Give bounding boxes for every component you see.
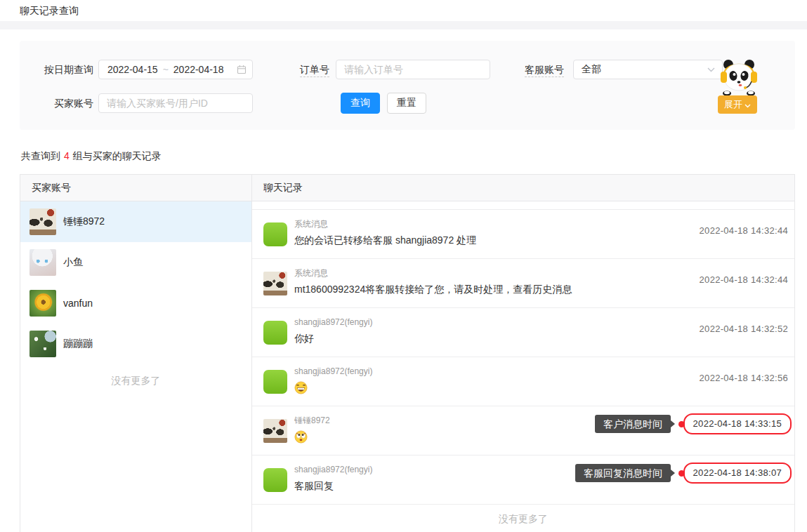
message-text: mt18600992324将客服转接给了您，请及时处理，查看历史消息 <box>294 283 584 295</box>
annotation-tooltip: 客户消息时间 <box>595 415 671 433</box>
calligraphy-avatar <box>29 208 56 235</box>
message-text: 您的会话已转移给客服 shangjia8972 处理 <box>294 234 584 246</box>
sunflower-avatar <box>29 290 56 317</box>
message-timestamp-highlighted: 2022-04-18 14:38:07 <box>683 463 792 484</box>
message-sender: 系统消息 <box>294 219 584 229</box>
buyer-name: vanfun <box>63 298 93 309</box>
buyer-list-item[interactable]: 锤锤8972 <box>20 201 251 242</box>
expand-button[interactable]: 展开 <box>718 95 757 114</box>
reset-button[interactable]: 重置 <box>387 93 426 114</box>
summary-suffix: 组与买家的聊天记录 <box>73 150 162 161</box>
chat-column: 聊天记录 系统消息您的会话已转移给客服 shangjia8972 处理2022-… <box>252 175 794 532</box>
message-text <box>294 430 584 444</box>
annotation-tooltip: 客服回复消息时间 <box>575 464 671 482</box>
message-timestamp: 2022-04-18 14:32:56 <box>700 373 788 383</box>
date-range-input[interactable]: 2022-04-15 ~ 2022-04-18 <box>98 60 253 79</box>
message-sender: shangjia8972(fengyi) <box>294 465 584 474</box>
message-sender: 系统消息 <box>294 268 584 278</box>
chevron-down-icon <box>744 100 751 110</box>
plant-avatar <box>29 331 56 357</box>
calendar-icon <box>237 65 247 74</box>
green-avatar <box>263 370 287 394</box>
date-separator: ~ <box>163 64 169 75</box>
message-timestamp: 2022-04-18 14:32:44 <box>700 274 788 285</box>
message-text: 客服回复 <box>294 479 584 492</box>
chat-message-row: shangjia8972(fengyi)2022-04-18 14:32:56 <box>252 357 794 406</box>
agent-account-select[interactable]: 全部 <box>573 60 723 79</box>
chat-no-more: 没有更多了 <box>252 505 794 532</box>
buyer-account-label: 买家账号 <box>54 93 93 113</box>
order-number-label: 订单号 <box>300 60 329 79</box>
search-button[interactable]: 查询 <box>341 93 380 114</box>
buyer-list-item[interactable]: 小鱼 <box>20 242 251 283</box>
buyer-name: 蹦蹦蹦 <box>63 338 93 350</box>
chat-record-query-page: 聊天记录查询 按日期查询 2022-04-15 ~ 2022-04-18 订单号… <box>0 0 807 532</box>
buyer-name: 小鱼 <box>63 256 83 269</box>
filter-card: 按日期查询 2022-04-15 ~ 2022-04-18 订单号 客服账号 全… <box>20 41 795 130</box>
calligraphy-avatar <box>263 419 287 443</box>
agent-account-label: 客服账号 <box>525 60 564 79</box>
chat-message-row: shangjia8972(fengyi)你好2022-04-18 14:32:5… <box>252 308 794 357</box>
buyer-list: 锤锤8972小鱼vanfun蹦蹦蹦 <box>20 201 251 364</box>
page-title: 聊天记录查询 <box>20 0 79 21</box>
chat-message-row: 系统消息mt18600992324将客服转接给了您，请及时处理，查看历史消息20… <box>252 259 794 308</box>
message-timestamp: 2022-04-18 14:32:44 <box>700 225 788 236</box>
message-text: 你好 <box>294 332 584 345</box>
summary-count: 4 <box>64 150 70 161</box>
chat-message-row: 锤锤8972客户消息时间2022-04-18 14:33:15 <box>252 406 794 455</box>
green-avatar <box>263 321 287 345</box>
date-end-value: 2022-04-18 <box>173 64 224 75</box>
message-sender: 锤锤8972 <box>294 415 584 425</box>
message-sender: shangjia8972(fengyi) <box>294 317 584 327</box>
panda-mascot-icon <box>719 58 759 95</box>
chevron-down-icon <box>707 67 715 72</box>
message-timestamp: 2022-04-18 14:32:52 <box>700 324 788 334</box>
buyer-column-header: 买家账号 <box>20 175 251 201</box>
grinning-face-emoji <box>294 381 308 394</box>
buyer-column: 买家账号 锤锤8972小鱼vanfun蹦蹦蹦 没有更多了 <box>20 175 252 532</box>
calligraphy-avatar <box>263 272 287 295</box>
date-filter-label: 按日期查询 <box>44 60 93 79</box>
buyer-account-input[interactable] <box>98 93 253 113</box>
anime-avatar <box>29 249 56 276</box>
title-bar: 聊天记录查询 <box>0 0 807 21</box>
result-summary: 共查询到4组与买家的聊天记录 <box>21 150 162 163</box>
results-table: 买家账号 锤锤8972小鱼vanfun蹦蹦蹦 没有更多了 聊天记录 系统消息您的… <box>20 174 795 532</box>
chat-message-row: 系统消息您的会话已转移给客服 shangjia8972 处理2022-04-18… <box>252 210 794 259</box>
expand-button-label: 展开 <box>724 98 742 111</box>
page-divider <box>0 21 807 29</box>
chat-message-row: shangjia8972(fengyi)客服回复客服回复消息时间2022-04-… <box>252 455 794 505</box>
buyer-name: 锤锤8972 <box>63 215 105 228</box>
green-avatar <box>263 222 287 246</box>
summary-prefix: 共查询到 <box>21 150 60 161</box>
message-timestamp-highlighted: 2022-04-18 14:33:15 <box>683 413 792 434</box>
green-avatar <box>263 468 287 492</box>
buyer-list-item[interactable]: 蹦蹦蹦 <box>20 324 251 364</box>
partial-message-row <box>252 201 794 210</box>
date-start-value: 2022-04-15 <box>107 64 158 75</box>
order-number-input[interactable] <box>336 60 490 79</box>
glaring-face-emoji <box>294 430 308 444</box>
message-text <box>294 381 584 394</box>
chat-column-header: 聊天记录 <box>252 175 794 201</box>
buyer-list-item[interactable]: vanfun <box>20 283 251 324</box>
message-sender: shangjia8972(fengyi) <box>294 366 584 376</box>
agent-select-value: 全部 <box>582 63 601 76</box>
buyer-list-no-more: 没有更多了 <box>20 375 251 387</box>
chat-message-list[interactable]: 系统消息您的会话已转移给客服 shangjia8972 处理2022-04-18… <box>252 210 794 505</box>
